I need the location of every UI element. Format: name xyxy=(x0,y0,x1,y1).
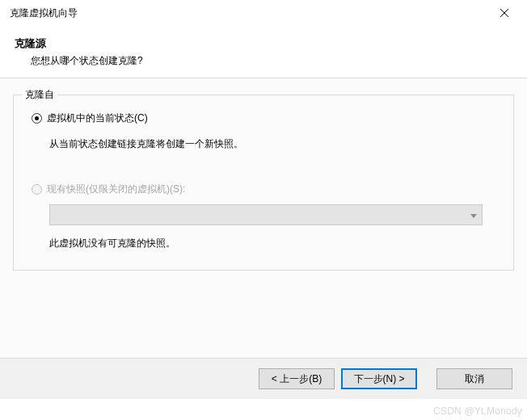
next-button[interactable]: 下一步(N) > xyxy=(341,368,417,389)
title-bar: 克隆虚拟机向导 xyxy=(0,0,527,26)
watermark: CSDN @Yt.Monody xyxy=(433,405,522,417)
radio-current-state-desc: 从当前状态创建链接克隆将创建一个新快照。 xyxy=(49,136,495,152)
button-bar: < 上一步(B) 下一步(N) > 取消 xyxy=(0,359,527,399)
radio-existing-snapshot: 现有快照(仅限关闭的虚拟机)(S): xyxy=(32,183,495,196)
snapshot-empty-msg: 此虚拟机没有可克隆的快照。 xyxy=(49,237,495,250)
radio-existing-snapshot-label: 现有快照(仅限关闭的虚拟机)(S): xyxy=(47,183,185,196)
window-title: 克隆虚拟机向导 xyxy=(10,6,488,20)
wizard-header: 克隆源 您想从哪个状态创建克隆? xyxy=(0,26,527,78)
group-legend: 克隆自 xyxy=(22,88,57,102)
snapshot-combo xyxy=(49,204,483,225)
chevron-down-icon xyxy=(470,211,477,220)
close-icon xyxy=(500,9,508,17)
cancel-button[interactable]: 取消 xyxy=(436,368,512,389)
content-area: 克隆自 虚拟机中的当前状态(C) 从当前状态创建链接克隆将创建一个新快照。 现有… xyxy=(0,78,527,359)
clone-from-group: 克隆自 虚拟机中的当前状态(C) 从当前状态创建链接克隆将创建一个新快照。 现有… xyxy=(13,94,514,271)
header-subtitle: 您想从哪个状态创建克隆? xyxy=(31,54,512,68)
radio-current-state[interactable]: 虚拟机中的当前状态(C) xyxy=(32,111,495,125)
header-title: 克隆源 xyxy=(15,37,512,51)
radio-current-state-label: 虚拟机中的当前状态(C) xyxy=(47,111,148,125)
close-button[interactable] xyxy=(488,2,521,24)
radio-icon xyxy=(32,113,42,124)
back-button[interactable]: < 上一步(B) xyxy=(259,368,335,389)
radio-icon xyxy=(32,184,42,195)
